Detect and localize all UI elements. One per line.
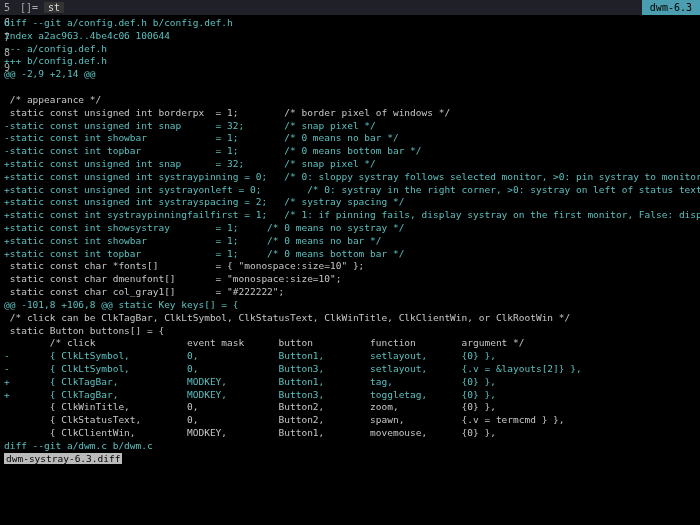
diff-line: static const char *fonts[] = { "monospac… [4,260,696,273]
terminal-output[interactable]: diff --git a/config.def.h b/config.def.h… [0,15,700,467]
diff-line: { ClkClientWin, MODKEY, Button1, movemou… [4,427,696,440]
pager-status-line: dwm-systray-6.3.diff [4,453,122,464]
diff-line: static Button buttons[] = { [4,325,696,338]
diff-line: +static const unsigned int snap = 32; /*… [4,158,696,171]
diff-line: { ClkStatusText, 0, Button2, spawn, {.v … [4,414,696,427]
diff-line: - { ClkLtSymbol, 0, Button1, setlayout, … [4,350,696,363]
diff-line: +static const unsigned int systrayonleft… [4,184,696,197]
dwm-bar: 123456789 []= st dwm-6.3 [0,0,700,15]
diff-line: { ClkWinTitle, 0, Button2, zoom, {0} }, [4,401,696,414]
layout-symbol[interactable]: []= [14,2,44,13]
diff-line: +static const unsigned int systrayspacin… [4,196,696,209]
diff-line: -static const int topbar = 1; /* 0 means… [4,145,696,158]
status-right: dwm-6.3 [642,0,700,15]
diff-line: /* click event mask button function argu… [4,337,696,350]
diff-line: @@ -101,8 +106,8 @@ static Key keys[] = … [4,299,696,312]
diff-line: - { ClkLtSymbol, 0, Button3, setlayout, … [4,363,696,376]
diff-line: + { ClkTagBar, MODKEY, Button1, tag, {0}… [4,376,696,389]
diff-line: + { ClkTagBar, MODKEY, Button3, toggleta… [4,389,696,402]
diff-line: /* appearance */ [4,94,696,107]
diff-line: -static const unsigned int snap = 32; /*… [4,120,696,133]
diff-line: diff --git a/dwm.c b/dwm.c [4,440,696,453]
diff-line: index a2ac963..4be4c06 100644 [4,30,696,43]
diff-line: static const unsigned int borderpx = 1; … [4,107,696,120]
diff-line: static const char col_gray1[] = "#222222… [4,286,696,299]
diff-line: --- a/config.def.h [4,43,696,56]
diff-line: +static const int showsystray = 1; /* 0 … [4,222,696,235]
diff-line: -static const int showbar = 1; /* 0 mean… [4,132,696,145]
diff-line: +static const int showbar = 1; /* 0 mean… [4,235,696,248]
diff-line: +static const unsigned int systraypinnin… [4,171,696,184]
diff-line: static const char dmenufont[] = "monospa… [4,273,696,286]
window-title[interactable]: st [44,2,64,13]
diff-line: @@ -2,9 +2,14 @@ [4,68,696,81]
diff-line: +++ b/config.def.h [4,55,696,68]
diff-line: +static const int systraypinningfailfirs… [4,209,696,222]
diff-line [4,81,696,94]
diff-line: /* click can be ClkTagBar, ClkLtSymbol, … [4,312,696,325]
diff-line: +static const int topbar = 1; /* 0 means… [4,248,696,261]
diff-line: diff --git a/config.def.h b/config.def.h [4,17,696,30]
tag-5[interactable]: 5 [0,0,14,15]
